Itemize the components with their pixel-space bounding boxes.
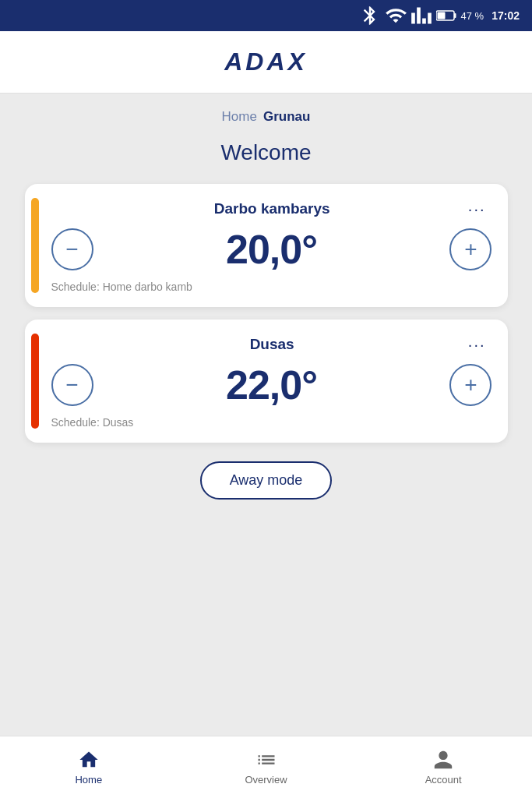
home-nav-icon [78, 749, 100, 771]
svg-rect-1 [454, 13, 456, 18]
status-bar: 47 % 17:02 [0, 0, 532, 31]
app-logo: ADAX [224, 48, 308, 76]
increase-temp-darbo[interactable]: + [449, 228, 491, 270]
card-body-darbo: Darbo kambarys ··· − 20,0° + Schedule: H… [51, 198, 492, 293]
plus-icon: + [464, 238, 477, 260]
temp-controls-dusas: − 22,0° + [51, 362, 492, 408]
minus-icon: − [65, 238, 78, 260]
card-header-dusas: Dusas ··· [51, 334, 492, 355]
account-nav-icon [432, 749, 454, 771]
nav-label-home: Home [75, 774, 102, 786]
minus-icon-dusas: − [65, 374, 78, 396]
decrease-temp-darbo[interactable]: − [51, 228, 93, 270]
schedule-dusas: Schedule: Dusas [51, 416, 492, 429]
status-icons [359, 5, 456, 26]
signal-icon [410, 5, 432, 26]
card-header-darbo: Darbo kambarys ··· [51, 198, 492, 220]
more-options-dusas[interactable]: ··· [462, 334, 492, 355]
breadcrumb-current[interactable]: Grunau [263, 109, 310, 125]
svg-rect-2 [437, 12, 445, 19]
breadcrumb-home[interactable]: Home [222, 109, 257, 125]
breadcrumb: Home Grunau [222, 109, 311, 125]
bluetooth-icon [359, 5, 381, 26]
nav-label-overview: Overview [245, 774, 287, 786]
away-mode-button[interactable]: Away mode [200, 461, 333, 500]
temperature-dusas: 22,0° [226, 362, 317, 408]
wifi-icon [385, 5, 407, 26]
plus-icon-dusas: + [464, 374, 477, 396]
card-accent-darbo [31, 198, 39, 293]
device-card-darbo: Darbo kambarys ··· − 20,0° + Schedule: H… [25, 184, 508, 307]
welcome-title: Welcome [220, 140, 311, 165]
nav-item-home[interactable]: Home [0, 743, 178, 792]
battery-icon [436, 10, 456, 21]
status-time: 17:02 [491, 9, 520, 22]
increase-temp-dusas[interactable]: + [449, 364, 491, 406]
card-body-dusas: Dusas ··· − 22,0° + Schedule: Dusas [51, 334, 492, 429]
card-accent-dusas [31, 334, 39, 429]
battery-percentage: 47 % [461, 10, 484, 22]
device-name-dusas: Dusas [83, 336, 462, 353]
temp-controls-darbo: − 20,0° + [51, 226, 492, 273]
nav-label-account: Account [425, 774, 462, 786]
device-card-dusas: Dusas ··· − 22,0° + Schedule: Dusas [25, 320, 508, 443]
overview-nav-icon [255, 749, 277, 771]
main-content: Home Grunau Welcome Darbo kambarys ··· −… [0, 94, 532, 736]
bottom-nav: Home Overview Account [0, 736, 532, 798]
decrease-temp-dusas[interactable]: − [51, 364, 93, 406]
more-options-darbo[interactable]: ··· [462, 198, 492, 220]
schedule-darbo: Schedule: Home darbo kamb [51, 281, 492, 293]
app-header: ADAX [0, 31, 532, 94]
temperature-darbo: 20,0° [226, 226, 317, 273]
nav-item-account[interactable]: Account [354, 743, 532, 792]
nav-item-overview[interactable]: Overview [178, 743, 355, 792]
device-name-darbo: Darbo kambarys [83, 200, 462, 217]
